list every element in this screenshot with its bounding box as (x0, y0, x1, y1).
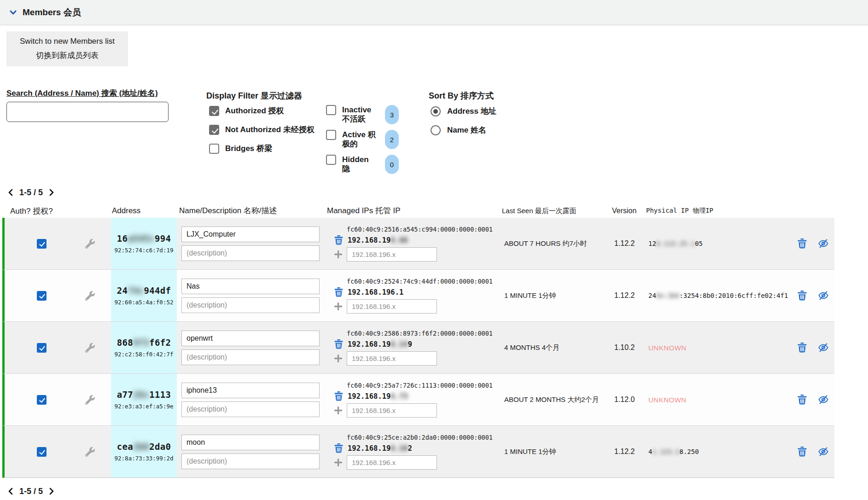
switch-members-list-button[interactable]: Switch to new Members list 切换到新成员列表 (6, 31, 128, 66)
filter-inactive: Inactive 不活跃 3 (326, 105, 399, 124)
add-ip-icon[interactable] (334, 302, 342, 310)
name-cell (177, 218, 325, 269)
ipv4-address: 192.168.196.73 (348, 392, 408, 401)
delete-member-icon[interactable] (798, 395, 807, 405)
name-input[interactable] (181, 279, 320, 294)
active-count-badge: 2 (385, 130, 399, 149)
auth-cell (5, 322, 74, 373)
description-input[interactable] (181, 297, 320, 313)
member-mac: 92:e3:a3:ef:a5:9e (115, 403, 174, 410)
delete-ip-icon[interactable] (334, 391, 343, 401)
delete-ip-icon[interactable] (334, 443, 343, 453)
name-input[interactable] (181, 227, 320, 242)
hide-member-icon[interactable] (818, 342, 829, 353)
delete-ip-icon[interactable] (334, 287, 343, 297)
hide-member-icon[interactable] (818, 238, 829, 249)
member-row: 16a545c994 92:52:74:c6:7d:19 fc60:40c9:2… (2, 218, 834, 270)
display-filter-right-column: Inactive 不活跃 3 Active 积极的 2 Hidden 隐 0 (326, 105, 399, 174)
add-ip-input[interactable] (347, 403, 437, 418)
search-input[interactable] (6, 102, 169, 122)
delete-member-icon[interactable] (798, 343, 807, 353)
auth-checkbox[interactable] (37, 343, 47, 353)
header-version: Version (608, 207, 642, 215)
add-ip-input[interactable] (347, 455, 437, 470)
hide-member-icon[interactable] (818, 290, 829, 301)
description-input[interactable] (181, 245, 320, 261)
description-input[interactable] (181, 401, 320, 417)
address-cell: 16a545c994 92:52:74:c6:7d:19 (111, 218, 177, 269)
authorized-checkbox[interactable] (209, 106, 219, 116)
address-cell: 2474c944df 92:60:a5:4a:f0:52 (111, 270, 177, 321)
display-filter-left-column: Authorized 授权 Not Authorized 未经授权 Bridge… (209, 106, 315, 154)
version: 1.10.2 (611, 322, 645, 373)
last-seen: 1 MINUTE 1分钟 (500, 426, 611, 477)
last-seen: 4 MONTHS 4个月 (500, 322, 611, 373)
delete-member-icon[interactable] (798, 238, 807, 249)
inactive-count-badge: 3 (385, 105, 399, 124)
ipv6-address: fc60:40c9:2524:74c9:44df:0000:0000:0001 (347, 278, 500, 285)
auth-checkbox[interactable] (37, 291, 47, 301)
hide-member-icon[interactable] (818, 446, 829, 457)
address-cell: cea2b02da0 92:8a:73:33:99:2d (111, 426, 177, 477)
settings-cell (74, 322, 111, 373)
add-ip-input[interactable] (347, 299, 437, 314)
name-cell (177, 374, 325, 425)
wrench-icon[interactable] (85, 239, 95, 249)
add-ip-input[interactable] (347, 351, 437, 366)
auth-checkbox[interactable] (37, 447, 47, 457)
name-input[interactable] (181, 383, 320, 398)
inactive-checkbox[interactable] (326, 105, 336, 115)
auth-checkbox[interactable] (37, 239, 47, 249)
delete-ip-icon[interactable] (334, 235, 343, 245)
bridges-checkbox[interactable] (209, 144, 219, 154)
delete-member-icon[interactable] (798, 291, 807, 301)
address-cell: 868973f6f2 92:c2:58:f0:42:7f (111, 322, 177, 373)
switch-button-line1: Switch to new Members list (6, 35, 128, 49)
hide-member-icon[interactable] (818, 394, 829, 405)
active-checkbox[interactable] (326, 130, 336, 140)
description-input[interactable] (181, 453, 320, 469)
actions-cell (792, 218, 834, 269)
sort-by-name[interactable]: Name 姓名 (431, 125, 496, 135)
members-table: 1-5 / 5 Auth? 授权? Address Name/Descripti… (2, 186, 834, 497)
delete-member-icon[interactable] (798, 447, 807, 457)
next-page-icon[interactable] (49, 488, 54, 495)
filter-not-authorized: Not Authorized 未经授权 (209, 125, 315, 135)
member-mac: 92:8a:73:33:99:2d (115, 455, 174, 462)
member-address: 16a545c994 (117, 233, 171, 244)
member-mac: 92:60:a5:4a:f0:52 (115, 299, 174, 306)
wrench-icon[interactable] (85, 395, 95, 405)
add-ip-icon[interactable] (334, 355, 342, 362)
name-cell (177, 270, 325, 321)
last-seen: 1 MINUTE 1分钟 (500, 270, 611, 321)
wrench-icon[interactable] (85, 447, 95, 457)
sort-by-options: Address 地址 Name 姓名 (431, 106, 496, 135)
name-cell (177, 426, 325, 477)
address-cell: a7726c1113 92:e3:a3:ef:a5:9e (111, 374, 177, 425)
sort-by-address[interactable]: Address 地址 (431, 106, 496, 116)
prev-page-icon[interactable] (8, 488, 13, 495)
prev-page-icon[interactable] (8, 189, 13, 196)
add-ip-input[interactable] (347, 247, 437, 262)
wrench-icon[interactable] (85, 291, 95, 301)
ipv4-address: 192.168.196.88 (348, 236, 408, 244)
wrench-icon[interactable] (85, 343, 95, 353)
add-ip-icon[interactable] (334, 250, 342, 258)
description-input[interactable] (181, 349, 320, 365)
auth-checkbox[interactable] (37, 395, 47, 405)
next-page-icon[interactable] (49, 189, 54, 196)
chevron-down-icon[interactable] (10, 10, 17, 15)
name-input[interactable] (181, 435, 320, 450)
managed-ips-cell: fc60:40c9:2524:74c9:44df:0000:0000:0001 … (325, 270, 500, 321)
delete-ip-icon[interactable] (334, 339, 343, 349)
not-authorized-checkbox[interactable] (209, 125, 219, 135)
name-input[interactable] (181, 331, 320, 346)
hidden-checkbox[interactable] (326, 155, 336, 165)
actions-cell (792, 322, 834, 373)
display-filter-title: Display Filter 显示过滤器 (206, 90, 302, 101)
name-radio[interactable] (431, 125, 441, 135)
version: 1.12.2 (611, 426, 645, 477)
add-ip-icon[interactable] (334, 407, 342, 414)
add-ip-icon[interactable] (334, 459, 342, 466)
address-radio[interactable] (431, 106, 441, 116)
